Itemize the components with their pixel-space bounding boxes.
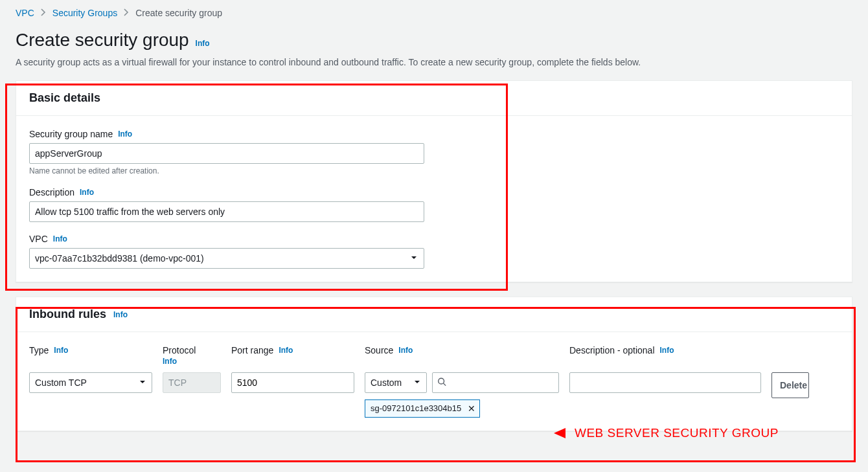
col-desc-label: Description - optional (569, 345, 655, 355)
arrow-left-icon (554, 427, 572, 440)
rule-source-search-input[interactable] (432, 372, 559, 393)
svg-line-1 (444, 383, 446, 386)
info-link[interactable]: Info (54, 346, 68, 355)
info-link[interactable]: Info (398, 346, 413, 355)
delete-rule-button[interactable]: Delete (771, 372, 809, 398)
rule-type-select[interactable]: Custom TCP (29, 372, 152, 393)
close-icon[interactable]: ✕ (468, 403, 475, 415)
info-link[interactable]: Info (196, 39, 210, 48)
vpc-label: VPC (29, 234, 48, 244)
inbound-rules-card: Inbound rules Info Type Info Protocol In… (16, 297, 852, 431)
source-sg-token: sg-0972101c1e3304b15 ✕ (365, 399, 480, 418)
info-link[interactable]: Info (118, 129, 132, 139)
col-type-label: Type (29, 345, 49, 355)
inbound-rules-heading: Inbound rules (29, 308, 106, 320)
annotation-callout: WEB SERVER SECURITY GROUP (554, 426, 779, 440)
info-link[interactable]: Info (53, 234, 67, 243)
sg-name-input[interactable] (29, 143, 424, 164)
col-source-label: Source (365, 345, 393, 355)
vpc-select[interactable] (29, 248, 424, 269)
inbound-rule-row: Custom TCP TCP (29, 372, 839, 418)
sg-name-label: Security group name (29, 129, 113, 139)
col-protocol-label: Protocol (163, 345, 196, 355)
annotation-text: WEB SERVER SECURITY GROUP (575, 426, 779, 440)
rule-protocol-field: TCP (163, 372, 221, 393)
breadcrumb-current: Create security group (135, 8, 222, 18)
rule-port-input[interactable] (231, 372, 354, 393)
rule-protocol-value: TCP (168, 377, 187, 388)
rule-type-value: Custom TCP (35, 377, 87, 388)
basic-details-card: Basic details Security group name Info N… (16, 80, 852, 282)
chevron-right-icon (41, 8, 46, 18)
rule-description-input[interactable] (569, 372, 761, 393)
description-input[interactable] (29, 201, 424, 222)
svg-point-0 (439, 378, 444, 384)
basic-details-heading: Basic details (16, 81, 852, 116)
page-title: Create security group (16, 30, 189, 51)
caret-down-icon (139, 377, 146, 388)
breadcrumb: VPC Security Groups Create security grou… (16, 8, 852, 18)
svg-marker-2 (554, 428, 565, 438)
caret-down-icon (413, 377, 421, 388)
info-link[interactable]: Info (113, 310, 128, 319)
source-sg-token-text: sg-0972101c1e3304b15 (371, 403, 461, 413)
info-link[interactable]: Info (80, 188, 94, 197)
chevron-right-icon (124, 8, 129, 18)
info-link[interactable]: Info (163, 357, 221, 366)
info-link[interactable]: Info (279, 346, 293, 355)
breadcrumb-vpc-link[interactable]: VPC (16, 8, 34, 18)
description-label: Description (29, 187, 74, 197)
col-port-label: Port range (231, 345, 273, 355)
sg-name-help: Name cannot be edited after creation. (29, 166, 839, 175)
page-subtitle: A security group acts as a virtual firew… (16, 57, 852, 67)
rule-source-mode-value: Custom (371, 377, 402, 388)
search-icon (437, 377, 446, 388)
info-link[interactable]: Info (660, 346, 674, 355)
rule-source-mode-select[interactable]: Custom (365, 372, 427, 393)
breadcrumb-security-groups-link[interactable]: Security Groups (52, 8, 117, 18)
